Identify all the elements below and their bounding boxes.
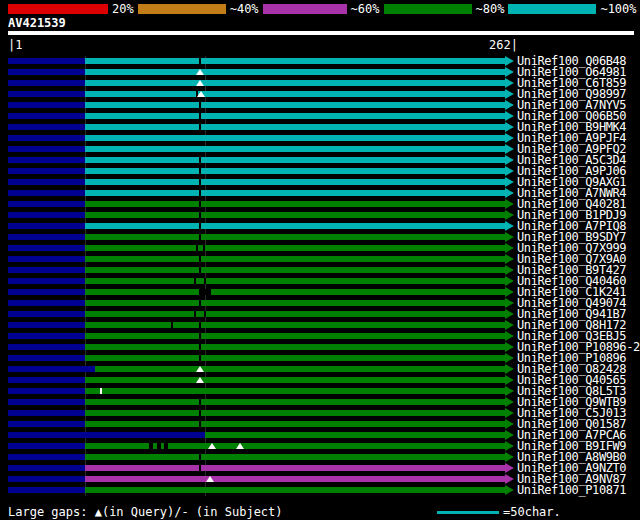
alignment-bar[interactable] xyxy=(85,454,505,460)
alignment-bar[interactable] xyxy=(85,113,505,119)
alignment-bar[interactable] xyxy=(85,410,505,416)
alignment-bar[interactable] xyxy=(85,256,505,262)
scale-50-label: =50char. xyxy=(503,505,561,519)
scale-label: ~40% xyxy=(230,3,259,15)
alignment-bar[interactable] xyxy=(85,58,505,64)
gap-tick xyxy=(199,179,201,185)
alignment-bar[interactable] xyxy=(85,80,505,86)
unaligned-segment xyxy=(8,245,85,251)
query-gap-triangle xyxy=(206,476,214,482)
alignment-bar[interactable] xyxy=(85,146,505,152)
alignment-bar[interactable] xyxy=(85,124,505,130)
arrowhead-icon xyxy=(505,342,514,352)
alignment-row[interactable]: UniRef100_P10871 xyxy=(0,485,640,496)
gap-tick xyxy=(199,322,201,328)
alignment-bar[interactable] xyxy=(85,322,505,328)
alignment-bar[interactable] xyxy=(85,311,505,317)
unaligned-segment xyxy=(8,399,85,405)
unaligned-segment xyxy=(8,212,85,218)
query-gap-triangle xyxy=(197,91,205,97)
arrowhead-icon xyxy=(505,221,514,231)
alignment-bar[interactable] xyxy=(85,300,505,306)
gap-tick xyxy=(194,278,196,284)
gap-tick xyxy=(199,399,201,405)
alignment-bar[interactable] xyxy=(85,190,505,196)
gap-tick xyxy=(199,124,201,130)
alignment-bar[interactable] xyxy=(205,432,505,438)
ruler-start: |1 xyxy=(8,38,22,52)
arrowhead-icon xyxy=(505,408,514,418)
alignment-bar[interactable] xyxy=(85,234,505,240)
hit-label[interactable]: UniRef100_P10871 xyxy=(517,485,626,496)
gap-tick xyxy=(199,410,201,416)
unaligned-segment xyxy=(8,300,85,306)
hits-list: UniRef100_Q06B48UniRef100_O64981UniRef10… xyxy=(0,56,640,496)
gap-tick xyxy=(204,278,206,284)
alignment-bar[interactable] xyxy=(85,267,505,273)
gap-tick xyxy=(199,454,201,460)
unaligned-segment xyxy=(8,344,85,350)
unaligned-segment xyxy=(8,190,85,196)
gap-tick xyxy=(204,311,206,317)
arrowhead-icon xyxy=(505,485,514,495)
unaligned-segment xyxy=(8,322,85,328)
arrowhead-icon xyxy=(505,100,514,110)
arrowhead-icon xyxy=(505,265,514,275)
alignment-bar[interactable] xyxy=(85,91,505,97)
alignment-bar[interactable] xyxy=(85,377,505,383)
arrowhead-icon xyxy=(505,89,514,99)
alignment-bar[interactable] xyxy=(85,344,505,350)
alignment-bar[interactable] xyxy=(95,366,505,372)
alignment-bar[interactable] xyxy=(85,355,505,361)
alignment-bar[interactable] xyxy=(85,157,505,163)
arrowhead-icon xyxy=(505,166,514,176)
gap-tick xyxy=(199,465,201,471)
scale-50-line xyxy=(437,511,499,514)
alignment-bar[interactable] xyxy=(85,289,505,295)
alignment-bar[interactable] xyxy=(85,179,505,185)
arrowhead-icon xyxy=(505,419,514,429)
gap-tick xyxy=(149,443,153,449)
alignment-bar[interactable] xyxy=(85,421,505,427)
alignment-bar[interactable] xyxy=(85,443,505,449)
gap-tick xyxy=(199,212,201,218)
alignment-bar[interactable] xyxy=(85,487,505,493)
query-gap-triangle xyxy=(236,443,244,449)
arrowhead-icon xyxy=(505,375,514,385)
alignment-bar[interactable] xyxy=(85,245,505,251)
alignment-bar[interactable] xyxy=(85,102,505,108)
arrowhead-icon xyxy=(505,243,514,253)
gap-tick xyxy=(199,267,201,273)
alignment-bar[interactable] xyxy=(85,476,505,482)
alignment-bar[interactable] xyxy=(85,212,505,218)
unaligned-segment xyxy=(8,443,85,449)
gap-tick xyxy=(199,421,201,427)
alignment-bar[interactable] xyxy=(85,223,505,229)
gap-tick xyxy=(199,190,201,196)
gap-tick xyxy=(203,245,205,251)
arrowhead-icon xyxy=(505,276,514,286)
alignment-bar[interactable] xyxy=(85,201,505,207)
alignment-bar[interactable] xyxy=(85,333,505,339)
scale-segment-green xyxy=(384,4,472,14)
arrowhead-icon xyxy=(505,177,514,187)
alignment-bar[interactable] xyxy=(85,168,505,174)
alignment-bar[interactable] xyxy=(85,135,505,141)
alignment-bar[interactable] xyxy=(85,69,505,75)
alignment-bar[interactable] xyxy=(85,388,505,394)
alignment-bar[interactable] xyxy=(85,399,505,405)
alignment-bar[interactable] xyxy=(85,278,505,284)
unaligned-segment xyxy=(8,311,85,317)
ruler-end: 262| xyxy=(489,38,518,52)
alignment-bar[interactable] xyxy=(85,465,505,471)
gap-tick xyxy=(199,113,201,119)
unaligned-segment xyxy=(8,377,85,383)
gap-tick xyxy=(199,355,201,361)
unaligned-segment xyxy=(8,432,205,438)
scale-label: ~100% xyxy=(600,3,636,15)
unaligned-segment xyxy=(8,454,85,460)
unaligned-segment xyxy=(8,410,85,416)
identity-scale: 20%~40%~60%~80%~100% xyxy=(8,3,640,15)
gap-tick xyxy=(164,443,168,449)
gap-tick xyxy=(199,223,201,229)
